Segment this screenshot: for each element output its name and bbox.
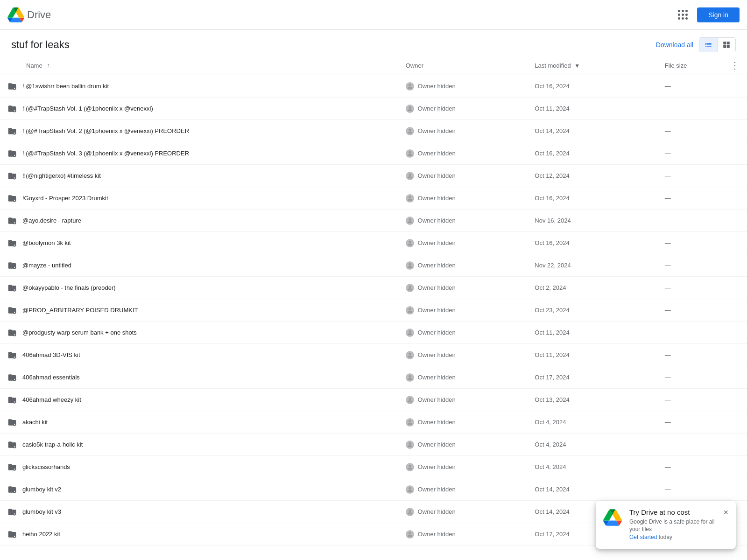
svg-point-53 — [409, 464, 411, 467]
file-name: @prodgusty warp serum bank + one shots — [22, 329, 137, 336]
actions-cell — [723, 75, 747, 98]
list-icon — [704, 41, 712, 49]
table-row[interactable]: ★ ! @1swishrr been ballin drum kit Owner… — [0, 75, 747, 98]
avatar-icon — [406, 105, 414, 113]
owner-cell: Owner hidden — [398, 501, 528, 523]
modified-cell: Oct 2, 2024 — [527, 277, 657, 299]
folder-icon: ★ — [7, 485, 17, 494]
size-cell: — — [657, 187, 723, 210]
actions-column-header: ⋮ — [723, 56, 747, 75]
folder-icon: ★ — [7, 395, 17, 405]
svg-point-62 — [409, 532, 411, 534]
avatar-icon — [406, 284, 414, 292]
name-cell: ★ glumboy kit v3 — [0, 501, 398, 523]
table-row[interactable]: ★ casio5k trap-a-holic kit Owner hidden … — [0, 434, 747, 456]
name-cell: ★ ! (@#TrapStash Vol. 1 (@1phoeniix x @v… — [0, 98, 398, 120]
modified-cell: Oct 14, 2024 — [527, 478, 657, 501]
owner-label: Owner hidden — [418, 127, 456, 134]
folder-icon: ★ — [7, 350, 17, 360]
modified-cell: Oct 16, 2024 — [527, 187, 657, 210]
table-row[interactable]: ★ @mayze - untitled Owner hidden Nov 22,… — [0, 254, 747, 277]
name-cell: ★ akachi kit — [0, 411, 398, 434]
sign-in-button[interactable]: Sign in — [697, 7, 740, 22]
modified-column-header[interactable]: Last modified ▼ — [527, 56, 657, 75]
size-cell: — — [657, 75, 723, 98]
modified-cell: Oct 16, 2024 — [527, 142, 657, 165]
owner-label: Owner hidden — [418, 150, 456, 157]
size-column-header: File size — [657, 56, 723, 75]
name-column-header[interactable]: Name ↑ — [0, 56, 398, 75]
download-all-link[interactable]: Download all — [656, 41, 693, 49]
apps-grid-icon[interactable] — [674, 6, 691, 23]
avatar-icon — [406, 127, 414, 135]
table-row[interactable]: ★ 406ahmad wheezy kit Owner hidden Oct 1… — [0, 389, 747, 411]
avatar-icon — [406, 485, 414, 494]
svg-point-50 — [409, 442, 411, 444]
owner-cell: Owner hidden — [398, 389, 528, 411]
name-cell: ★ 406ahmad essentials — [0, 366, 398, 389]
folder-icon: ★ — [7, 462, 17, 472]
avatar-icon — [406, 82, 414, 91]
table-row[interactable]: ★ ! (@#TrapStash Vol. 2 (@1phoeniix x @v… — [0, 120, 747, 142]
folder-actions: Download all — [656, 37, 736, 52]
table-row[interactable]: ★ ! (@#TrapStash Vol. 1 (@1phoeniix x @v… — [0, 98, 747, 120]
svg-point-41 — [409, 375, 411, 377]
table-row[interactable]: ★ @ayo.desire - rapture Owner hidden Nov… — [0, 210, 747, 232]
table-row[interactable]: ★ 406ahmad essentials Owner hidden Oct 1… — [0, 366, 747, 389]
toast-get-started-link[interactable]: Get started — [629, 534, 657, 540]
file-name: glickscissorhands — [22, 463, 70, 470]
folder-title: stuf for leaks — [11, 39, 70, 51]
name-cell: ★ !Goyxrd - Prosper 2023 Drumkit — [0, 187, 398, 210]
table-row[interactable]: ★ akachi kit Owner hidden Oct 4, 2024— — [0, 411, 747, 434]
name-cell: ★ ! (@#TrapStash Vol. 2 (@1phoeniix x @v… — [0, 120, 398, 142]
list-view-button[interactable] — [699, 38, 718, 52]
file-name: @okayypablo - the finals (preoder) — [22, 284, 116, 291]
toast-close-button[interactable]: × — [723, 508, 728, 517]
table-row[interactable]: ★ !Goyxrd - Prosper 2023 Drumkit Owner h… — [0, 187, 747, 210]
more-options-header-icon[interactable]: ⋮ — [730, 60, 740, 70]
actions-cell — [723, 210, 747, 232]
actions-cell — [723, 389, 747, 411]
table-row[interactable]: ★ ! (@#TrapStash Vol. 3 (@1phoeniix x @v… — [0, 142, 747, 165]
size-cell: — — [657, 322, 723, 344]
owner-label: Owner hidden — [418, 217, 456, 224]
table-row[interactable]: ★ 406ahmad 3D-VIS kit Owner hidden Oct 1… — [0, 344, 747, 366]
table-row[interactable]: ★ @boolymon 3k kit Owner hidden Oct 16, … — [0, 232, 747, 254]
modified-cell: Oct 14, 2024 — [527, 120, 657, 142]
modified-cell: Oct 16, 2024 — [527, 75, 657, 98]
file-name: @mayze - untitled — [22, 262, 71, 269]
owner-cell: Owner hidden — [398, 120, 528, 142]
name-cell: ★ @boolymon 3k kit — [0, 232, 398, 254]
folder-icon: ★ — [7, 149, 17, 158]
avatar-icon — [406, 508, 414, 516]
actions-cell — [723, 366, 747, 389]
file-table: Name ↑ Owner Last modified ▼ File size ⋮ — [0, 56, 747, 546]
actions-cell — [723, 411, 747, 434]
owner-cell: Owner hidden — [398, 456, 528, 478]
table-row[interactable]: ★ !!(@nightigerxo) #timeless kit Owner h… — [0, 165, 747, 187]
table-row[interactable]: ★ @PROD_ARBITRARY POISED DRUMKIT Owner h… — [0, 299, 747, 322]
svg-point-59 — [409, 509, 411, 511]
table-row[interactable]: ★ glickscissorhands Owner hidden Oct 4, … — [0, 456, 747, 478]
folder-icon: ★ — [7, 507, 17, 517]
owner-cell: Owner hidden — [398, 366, 528, 389]
grid-view-button[interactable] — [718, 38, 735, 52]
app-name: Drive — [27, 9, 51, 21]
size-cell: — — [657, 478, 723, 501]
actions-cell — [723, 277, 747, 299]
table-row[interactable]: ★ glumboy kit v2 Owner hidden Oct 14, 20… — [0, 478, 747, 501]
modified-cell: Oct 11, 2024 — [527, 98, 657, 120]
toast-content: Try Drive at no cost Google Drive is a s… — [629, 508, 716, 541]
file-name: casio5k trap-a-holic kit — [22, 441, 83, 448]
actions-cell — [723, 142, 747, 165]
svg-point-47 — [409, 420, 411, 422]
folder-icon: ★ — [7, 530, 17, 539]
table-row[interactable]: ★ @okayypablo - the finals (preoder) Own… — [0, 277, 747, 299]
folder-icon: ★ — [7, 328, 17, 337]
folder-title-bar: stuf for leaks Download all — [0, 30, 747, 56]
size-cell: — — [657, 434, 723, 456]
folder-icon: ★ — [7, 171, 17, 181]
sort-arrow-up: ↑ — [47, 62, 50, 69]
table-row[interactable]: ★ @prodgusty warp serum bank + one shots… — [0, 322, 747, 344]
folder-icon: ★ — [7, 238, 17, 248]
